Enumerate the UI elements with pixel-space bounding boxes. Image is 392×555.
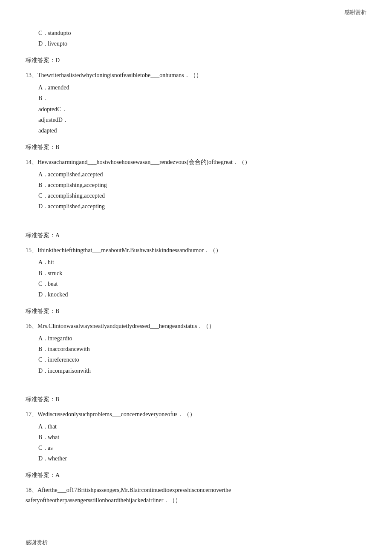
answer-15: 标准答案：B [26,308,366,315]
q15-option-b: B．struck [38,268,366,279]
section-q15: 15、Ithinkthechiefthingthat___meaboutMr.B… [26,245,366,300]
q14-option-d: D．accomplished,accepting [38,201,366,212]
q13-option-b: B． [38,93,366,104]
q13-option-a: A．amended [38,82,366,93]
q17-option-a: A．that [38,421,366,432]
q16-option-a: A．inregardto [38,333,366,344]
q15-option-a: A．hit [38,257,366,267]
q16-text: 16、Mrs.Clintonwasalwaysneatlyandquietlyd… [26,321,366,331]
q18-text: 18、Afterthe___of17Britishpassengers,Mr.B… [26,485,366,506]
q16-option-c: C．inreferenceto [38,354,366,365]
page-container: 感谢赏析 C．standupto D．liveupto 标准答案：D 13、Th… [0,0,392,555]
q14-option-b: B．accomplishing,accepting [38,180,366,190]
q14-text: 14、Hewasacharmingand___hostwhosehousewas… [26,157,366,167]
section-prev-options: C．standupto D．liveupto [26,28,366,49]
q15-option-c: C．beat [38,279,366,289]
q14-option-c: C．accomplishing,accepted [38,190,366,201]
section-q16: 16、Mrs.Clintonwasalwaysneatlyandquietlyd… [26,321,366,376]
q15-text: 15、Ithinkthechiefthingthat___meaboutMr.B… [26,245,366,256]
q16-option-b: B．inaccordancewith [38,344,366,354]
q16-options: A．inregardto B．inaccordancewith C．inrefe… [38,333,366,376]
q17-options: A．that B．what C．as D．whether [38,421,366,464]
q17-option-c: C．as [38,443,366,453]
section-q18: 18、Afterthe___of17Britishpassengers,Mr.B… [26,485,366,506]
option-d-liveupto: D．liveupto [38,38,366,49]
q13-text: 13、Thewriterhaslistedwhycloningisnotfeas… [26,70,366,81]
q15-option-d: D．knocked [38,289,366,300]
answer-13: 标准答案：B [26,144,366,151]
answer-16: 标准答案：B [26,396,366,403]
section-q17: 17、Wediscussedonlysuchproblems___concern… [26,409,366,464]
q17-option-b: B．what [38,432,366,443]
q14-options: A．accomplished,accepted B．accomplishing,… [38,169,366,212]
q13-option-adapted: adapted [38,125,366,136]
q13-option-adjustedd: adjustedD． [38,115,366,125]
q13-option-adoptedc: adoptedC． [38,104,366,115]
q14-option-a: A．accomplished,accepted [38,169,366,180]
footer-text: 感谢赏析 [26,539,48,546]
section-q13: 13、Thewriterhaslistedwhycloningisnotfeas… [26,70,366,136]
q17-option-d: D．whether [38,453,366,464]
answer-14: 标准答案：A [26,232,366,239]
option-c-standupto: C．standupto [38,28,366,38]
q16-option-d: D．incomparisonwith [38,365,366,376]
header-title: 感谢赏析 [344,9,366,16]
q15-options: A．hit B．struck C．beat D．knocked [38,257,366,300]
prev-option-list: C．standupto D．liveupto [38,28,366,49]
header-bar: 感谢赏析 [26,9,366,19]
answer-17: 标准答案：A [26,472,366,479]
answer-12: 标准答案：D [26,57,366,64]
section-q14: 14、Hewasacharmingand___hostwhosehousewas… [26,157,366,212]
q13-options: A．amended B． adoptedC． adjustedD． adapte… [38,82,366,136]
q17-text: 17、Wediscussedonlysuchproblems___concern… [26,409,366,420]
